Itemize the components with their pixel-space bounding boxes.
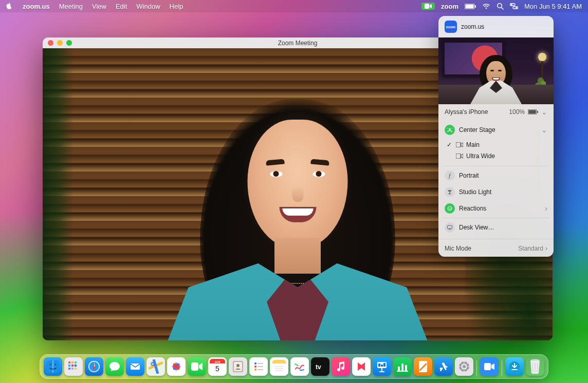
camera-option-main[interactable]: ✓ Main	[443, 139, 549, 150]
apple-menu-icon[interactable]	[6, 3, 13, 10]
menu-meeting[interactable]: Meeting	[59, 3, 83, 10]
svg-text:5: 5	[215, 365, 219, 373]
svg-rect-33	[71, 368, 74, 370]
panel-app-name: zoom.us	[461, 23, 484, 30]
dock-app-safari[interactable]	[85, 357, 103, 376]
svg-rect-76	[378, 363, 380, 367]
dock-container: JUN5 tv	[0, 354, 588, 379]
svg-rect-82	[401, 363, 403, 371]
chevron-down-icon: ⌄	[541, 108, 547, 116]
menu-window[interactable]: Window	[136, 3, 160, 10]
battery-icon[interactable]	[465, 4, 476, 9]
camera-icon	[456, 142, 463, 147]
svg-point-25	[55, 364, 56, 365]
camera-option-ultra-wide[interactable]: Ultra Wide	[443, 150, 549, 162]
svg-line-93	[460, 362, 461, 363]
svg-rect-29	[68, 365, 70, 367]
svg-rect-26	[68, 361, 70, 363]
dock-app-facetime[interactable]	[188, 357, 206, 376]
app-menu[interactable]: zoom.us	[23, 3, 50, 10]
dock-app-news[interactable]	[352, 357, 371, 376]
portrait-row[interactable]: ƒ Portrait	[443, 167, 549, 184]
dock-app-pages[interactable]	[414, 357, 432, 376]
dock-app-keynote[interactable]	[373, 357, 391, 376]
svg-rect-21	[448, 225, 452, 228]
center-stage-icon	[445, 125, 455, 135]
svg-rect-97	[484, 363, 491, 370]
desk-view-row[interactable]: Desk View…	[443, 219, 549, 236]
svg-rect-63	[258, 366, 263, 367]
video-effects-panel: zoom zoom.us Alyssa's iPhone 100% ⌄	[438, 16, 554, 257]
reactions-row[interactable]: Reactions ›	[443, 200, 549, 217]
studio-light-row[interactable]: Studio Light	[443, 184, 549, 200]
menu-bar: zoom.us Meeting View Edit Window Help zo…	[0, 0, 588, 12]
mic-mode-row[interactable]: Mic Mode Standard ›	[438, 240, 554, 257]
dock-app-zoom[interactable]	[480, 357, 499, 376]
zoom-app-icon: zoom	[445, 21, 457, 33]
dock-app-freeform[interactable]	[290, 357, 309, 376]
control-center-icon[interactable]	[510, 3, 518, 9]
dock-app-tv[interactable]: tv	[311, 357, 329, 376]
dock-app-messages[interactable]	[105, 357, 124, 376]
camera-icon	[456, 154, 463, 159]
dock-app-settings[interactable]	[455, 357, 473, 376]
dock-app-music[interactable]	[332, 357, 350, 376]
menu-help[interactable]: Help	[170, 3, 183, 10]
svg-point-62	[254, 366, 256, 368]
center-stage-row[interactable]: Center Stage ⌄	[443, 122, 549, 138]
dock-app-numbers[interactable]	[393, 357, 412, 376]
svg-rect-16	[449, 192, 450, 194]
svg-point-58	[236, 364, 240, 367]
chevron-right-icon: ›	[545, 245, 547, 252]
svg-rect-22	[449, 229, 451, 229]
aperture-icon: ƒ	[445, 170, 455, 181]
chevron-down-icon: ⌄	[541, 126, 547, 134]
battery-icon-small	[528, 109, 538, 114]
dock-app-contacts[interactable]	[229, 357, 247, 376]
dock: JUN5 tv	[40, 354, 548, 379]
svg-point-20	[450, 208, 451, 208]
dock-app-reminders[interactable]	[249, 357, 268, 376]
svg-text:JUN: JUN	[214, 360, 220, 363]
svg-rect-39	[131, 363, 140, 370]
svg-rect-80	[379, 371, 384, 372]
svg-rect-2	[465, 4, 473, 8]
camera-active-indicator[interactable]	[421, 3, 435, 10]
svg-rect-14	[456, 142, 461, 147]
svg-line-94	[467, 370, 469, 371]
device-name: Alyssa's iPhone	[445, 108, 488, 116]
svg-line-5	[501, 8, 503, 10]
dock-downloads[interactable]	[505, 357, 524, 376]
option-ultra-wide-label: Ultra Wide	[466, 152, 495, 160]
svg-rect-17	[448, 194, 451, 194]
dock-app-calendar[interactable]: JUN5	[208, 357, 227, 376]
dock-app-appstore[interactable]	[434, 357, 453, 376]
dock-separator	[502, 360, 502, 376]
dock-app-maps[interactable]	[146, 357, 165, 376]
zoom-menubar-label[interactable]: zoom	[441, 3, 458, 10]
dock-trash[interactable]	[526, 357, 544, 376]
svg-rect-68	[272, 362, 286, 363]
svg-rect-12	[537, 111, 538, 113]
svg-point-24	[50, 364, 51, 365]
device-status-row[interactable]: Alyssa's iPhone 100% ⌄	[438, 104, 554, 120]
menu-edit[interactable]: Edit	[116, 3, 127, 10]
menu-view[interactable]: View	[92, 3, 106, 10]
svg-text:tv: tv	[316, 363, 321, 371]
dock-app-notes[interactable]	[270, 357, 288, 376]
spotlight-icon[interactable]	[497, 3, 504, 10]
desk-view-icon	[445, 222, 455, 233]
studio-light-label: Studio Light	[459, 188, 491, 196]
dock-app-launchpad[interactable]	[64, 357, 83, 376]
svg-rect-28	[75, 361, 77, 363]
svg-rect-0	[425, 4, 429, 9]
menubar-clock[interactable]: Mon Jun 5 9:41 AM	[524, 3, 582, 10]
dock-app-finder[interactable]	[44, 357, 62, 376]
dock-app-mail[interactable]	[126, 357, 144, 376]
svg-line-95	[467, 362, 469, 363]
wifi-icon[interactable]	[482, 3, 490, 9]
dock-app-photos[interactable]	[167, 357, 186, 376]
panel-header: zoom zoom.us	[438, 16, 554, 37]
svg-rect-61	[258, 363, 263, 364]
svg-point-60	[254, 362, 256, 365]
